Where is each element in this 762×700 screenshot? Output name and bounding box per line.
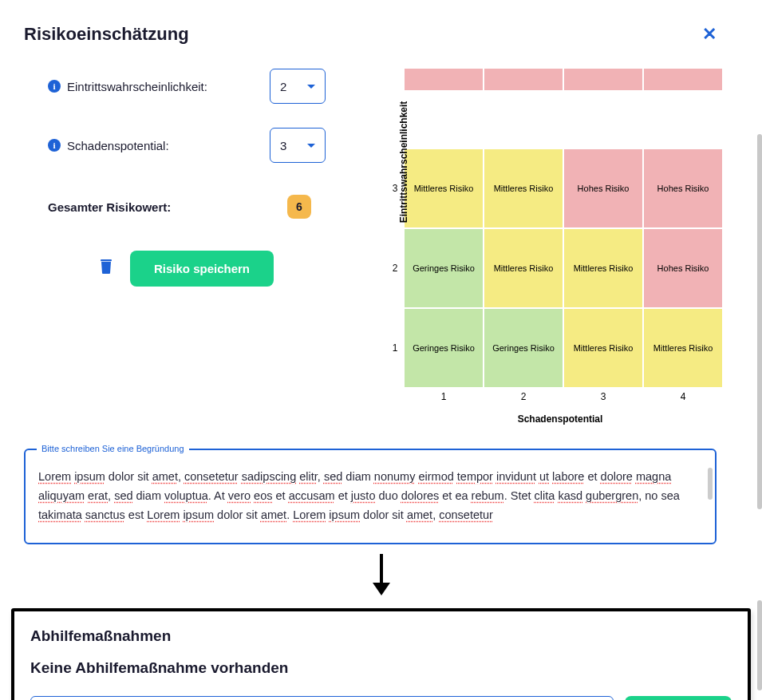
total-row: Gesamter Risikowert: 6 — [48, 195, 326, 219]
matrix-cell: Mittleres Risiko — [643, 308, 723, 388]
textarea-scrollbar[interactable] — [708, 468, 713, 500]
matrix-y-label: Eintrittswahrscheinlichkeit — [398, 101, 409, 223]
matrix-cell: Geringes Risiko — [404, 308, 484, 388]
matrix-cell — [563, 69, 643, 91]
damage-label-text: Schadenspotential: — [67, 139, 169, 152]
damage-value: 3 — [280, 139, 286, 152]
matrix-y-tick-4 — [386, 69, 404, 91]
matrix-cell: Mittleres Risiko — [484, 228, 563, 308]
info-icon[interactable]: i — [48, 80, 61, 93]
form-actions: Risiko speichern — [48, 251, 326, 287]
reason-textarea[interactable]: Lorem ipsum dolor sit amet, consetetur s… — [38, 468, 702, 528]
reason-fieldset: Bitte schreiben Sie eine Begründung Lore… — [24, 449, 717, 544]
damage-label: i Schadenspotential: — [48, 139, 169, 152]
remedies-title: Abhilfemaßnahmen — [30, 627, 732, 645]
page-scrollbar[interactable] — [757, 600, 762, 690]
matrix-cell: Hohes Risiko — [643, 148, 723, 228]
total-label: Gesamter Risikowert: — [48, 200, 171, 214]
damage-row: i Schadenspotential: 3 — [48, 128, 326, 163]
matrix-grid: 3 Mittleres Risiko Mittleres Risiko Hohe… — [386, 69, 717, 405]
page-scrollbar[interactable] — [757, 134, 762, 509]
reason-legend: Bitte schreiben Sie eine Begründung — [37, 444, 189, 453]
matrix-x-tick: 4 — [643, 388, 723, 405]
close-icon[interactable]: ✕ — [702, 24, 717, 45]
matrix-cell: Mittleres Risiko — [563, 228, 643, 308]
matrix-x-tick: 1 — [404, 388, 484, 405]
svg-marker-3 — [373, 583, 390, 595]
matrix-cell: Geringes Risiko — [404, 228, 484, 308]
trash-icon[interactable] — [100, 259, 113, 278]
top-section: i Eintrittswahrscheinlichkeit: 2 i Schad… — [24, 69, 717, 425]
add-button[interactable]: Hinzufügen — [625, 696, 732, 700]
remedies-add-row: Hinzufügen — [30, 696, 732, 700]
remedies-empty: Keine Abhilfemaßnahme vorhanden — [30, 659, 732, 677]
matrix-cell: Mittleres Risiko — [484, 148, 563, 228]
chevron-down-icon — [307, 144, 315, 148]
matrix-y-tick: 2 — [386, 228, 404, 308]
probability-value: 2 — [280, 80, 286, 93]
svg-rect-0 — [101, 259, 112, 261]
chevron-down-icon — [307, 85, 315, 89]
probability-label: i Eintrittswahrscheinlichkeit: — [48, 80, 207, 93]
probability-label-text: Eintrittswahrscheinlichkeit: — [67, 80, 207, 93]
modal-header: Risikoeinschätzung ✕ — [24, 24, 717, 45]
matrix-cell — [404, 69, 484, 91]
risk-form: i Eintrittswahrscheinlichkeit: 2 i Schad… — [24, 69, 326, 425]
matrix-x-tick: 2 — [484, 388, 563, 405]
probability-select[interactable]: 2 — [270, 69, 326, 104]
remedies-card: Abhilfemaßnahmen Keine Abhilfemaßnahme v… — [11, 608, 751, 700]
matrix-cell: Geringes Risiko — [484, 308, 563, 388]
risk-matrix: Eintrittswahrscheinlichkeit 3 Mittleres … — [349, 69, 717, 425]
total-badge: 6 — [287, 195, 311, 219]
info-icon[interactable]: i — [48, 139, 61, 152]
matrix-cell — [643, 69, 723, 91]
modal-title: Risikoeinschätzung — [24, 24, 189, 45]
matrix-x-label: Schadenspotential — [404, 413, 717, 425]
matrix-x-tick: 3 — [563, 388, 643, 405]
damage-select[interactable]: 3 — [270, 128, 326, 163]
remedy-input[interactable] — [30, 696, 614, 700]
matrix-cell: Mittleres Risiko — [404, 148, 484, 228]
save-button[interactable]: Risiko speichern — [130, 251, 274, 287]
risk-modal: Risikoeinschätzung ✕ i Eintrittswahrsche… — [0, 0, 740, 544]
matrix-y-tick: 1 — [386, 308, 404, 388]
matrix-cell — [484, 69, 563, 91]
matrix-cell: Hohes Risiko — [563, 148, 643, 228]
matrix-cell: Mittleres Risiko — [563, 308, 643, 388]
matrix-cell: Hohes Risiko — [643, 228, 723, 308]
probability-row: i Eintrittswahrscheinlichkeit: 2 — [48, 69, 326, 104]
arrow-down-icon — [0, 552, 762, 600]
